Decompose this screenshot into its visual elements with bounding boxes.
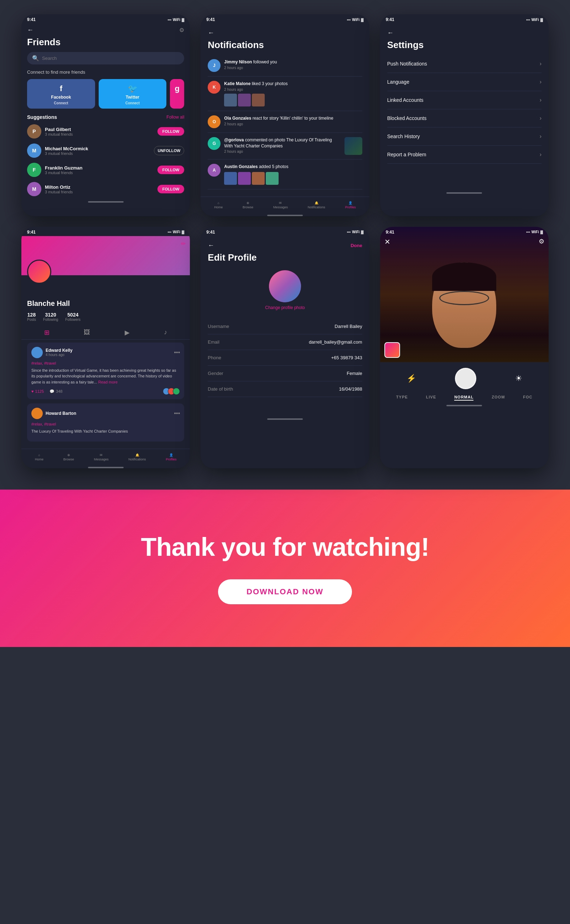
notification-item: G @gorlova commented on photo The Luxury… bbox=[208, 133, 362, 159]
nav-label: Browse bbox=[63, 458, 74, 461]
comment-action[interactable]: 💬 348 bbox=[49, 389, 62, 394]
settings-item[interactable]: Search History › bbox=[387, 127, 541, 146]
capture-button[interactable] bbox=[455, 368, 476, 389]
nav-profiles[interactable]: 👤 Profiles bbox=[345, 201, 356, 209]
follow-button[interactable]: FOLLOW bbox=[158, 127, 185, 136]
back-arrow-icon[interactable]: ← bbox=[208, 242, 214, 249]
search-bar[interactable]: 🔍 bbox=[27, 52, 184, 64]
profile-name-area: Blanche Hall bbox=[21, 299, 190, 308]
home-indicator bbox=[267, 418, 303, 420]
status-icons-4: ▪▪▪ WiFi ▓ bbox=[167, 230, 184, 234]
twitter-connect-button[interactable]: 🐦 Twitter Connect bbox=[99, 79, 167, 108]
camera-top-controls: ✕ ⚙ bbox=[385, 238, 544, 246]
friend-info: Franklin Guzman 3 mutual friends bbox=[45, 165, 154, 175]
mode-normal[interactable]: NORMAL bbox=[454, 395, 473, 400]
browse-icon: ⊕ bbox=[247, 201, 250, 205]
follow-button[interactable]: FOLLOW bbox=[158, 166, 185, 174]
tab-grid[interactable]: ⊞ bbox=[44, 328, 49, 336]
signal-icon: ▪▪▪ bbox=[526, 18, 530, 22]
nav-messages[interactable]: ✉ Messages bbox=[94, 453, 109, 461]
pink-connect-button[interactable]: g bbox=[170, 79, 184, 108]
status-time-1: 9:41 bbox=[27, 17, 35, 22]
settings-icon[interactable]: ⚙ bbox=[539, 238, 544, 246]
back-arrow-icon[interactable]: ← bbox=[387, 29, 394, 37]
edit-pencil-icon[interactable]: ✏ bbox=[181, 240, 185, 247]
avatar: F bbox=[27, 163, 41, 177]
field-label: Gender bbox=[208, 371, 223, 376]
tab-video[interactable]: ▶ bbox=[125, 328, 130, 336]
unfollow-button[interactable]: UNFOLLOW bbox=[154, 146, 185, 155]
change-photo-button[interactable]: Change profile photo bbox=[265, 305, 305, 310]
field-value: Darrell Bailey bbox=[334, 324, 362, 329]
flash-icon[interactable]: ⚡ bbox=[406, 374, 416, 383]
nav-notifications[interactable]: 🔔 Notifications bbox=[129, 453, 146, 461]
chevron-right-icon: › bbox=[540, 61, 541, 67]
profiles-icon: 👤 bbox=[169, 453, 173, 457]
wifi-icon: WiFi bbox=[173, 230, 180, 234]
close-icon[interactable]: ✕ bbox=[385, 238, 391, 246]
friend-info: Paul Gilbert 3 mutual friends bbox=[45, 127, 154, 136]
mode-live[interactable]: LIVE bbox=[426, 395, 436, 400]
signal-icon: ▪▪▪ bbox=[347, 18, 351, 22]
follow-button[interactable]: FOLLOW bbox=[158, 185, 185, 193]
back-arrow-icon[interactable]: ← bbox=[208, 29, 214, 37]
settings-item[interactable]: Linked Accounts › bbox=[387, 91, 541, 109]
settings-title: Settings bbox=[387, 40, 541, 50]
connect-text: Connect to find more friends bbox=[27, 69, 184, 75]
pink-icon: g bbox=[175, 84, 179, 93]
gear-icon[interactable]: ⚙ bbox=[179, 27, 184, 34]
friend-item: M Milton Ortiz 3 mutual friends FOLLOW bbox=[27, 182, 184, 196]
post-menu-icon[interactable]: ••• bbox=[174, 410, 180, 417]
camera-modes: TYPE LIVE NORMAL ZOOM FOC bbox=[387, 395, 541, 400]
nav-notifications[interactable]: 🔔 Notifications bbox=[308, 201, 325, 209]
wifi-icon: WiFi bbox=[173, 18, 180, 22]
settings-item[interactable]: Report a Problem › bbox=[387, 146, 541, 164]
settings-item[interactable]: Language › bbox=[387, 73, 541, 91]
mode-zoom[interactable]: ZOOM bbox=[492, 395, 505, 400]
nav-messages[interactable]: ✉ Messages bbox=[273, 201, 288, 209]
nav-profiles[interactable]: 👤 Profiles bbox=[165, 453, 176, 461]
nav-label: Browse bbox=[243, 205, 253, 209]
back-arrow-icon[interactable]: ← bbox=[27, 26, 34, 34]
search-input[interactable] bbox=[42, 55, 179, 61]
facebook-label: Facebook bbox=[51, 95, 71, 100]
camera-thumbnail[interactable] bbox=[385, 342, 400, 358]
nav-label: Home bbox=[35, 458, 43, 461]
nav-browse[interactable]: ⊕ Browse bbox=[63, 453, 74, 461]
notifications-icon: 🔔 bbox=[314, 201, 319, 205]
tab-music[interactable]: ♪ bbox=[164, 328, 167, 336]
friend-mutual: 3 mutual friends bbox=[45, 132, 154, 136]
chevron-right-icon: › bbox=[540, 97, 541, 103]
post-header: Howard Barton ••• bbox=[31, 408, 180, 419]
nav-label: Profiles bbox=[345, 205, 356, 209]
camera-flip-icon[interactable]: ☀ bbox=[515, 374, 522, 383]
like-action[interactable]: ♥ 1125 bbox=[31, 389, 44, 394]
nav-home[interactable]: ⌂ Home bbox=[214, 201, 223, 209]
notif-images bbox=[224, 94, 362, 107]
post-menu-icon[interactable]: ••• bbox=[174, 349, 180, 356]
nav-home[interactable]: ⌂ Home bbox=[35, 453, 43, 461]
mode-focus[interactable]: FOC bbox=[523, 395, 532, 400]
follow-all-link[interactable]: Follow all bbox=[166, 115, 184, 120]
settings-item[interactable]: Blocked Accounts › bbox=[387, 109, 541, 127]
wifi-icon: WiFi bbox=[352, 18, 360, 22]
download-button[interactable]: DOWNLOAD NOW bbox=[218, 579, 352, 604]
notif-content: Austin Gonzales added 5 photos bbox=[224, 164, 362, 185]
status-time-3: 9:41 bbox=[386, 17, 394, 22]
status-bar-4: 9:41 ▪▪▪ WiFi ▓ bbox=[21, 227, 190, 236]
mode-type[interactable]: TYPE bbox=[396, 395, 408, 400]
phone-edit-profile: 9:41 ▪▪▪ WiFi ▓ ← Done Edit Profile Chan… bbox=[201, 227, 369, 468]
post-username: Howard Barton bbox=[46, 411, 76, 416]
read-more-link[interactable]: Read more bbox=[98, 380, 118, 384]
settings-item[interactable]: Push Notifications › bbox=[387, 55, 541, 73]
done-button[interactable]: Done bbox=[351, 243, 362, 248]
post-user: Edward Kelly 4 hours ago bbox=[31, 347, 72, 358]
signal-icon: ▪▪▪ bbox=[167, 230, 172, 234]
form-field-username: Username Darrell Bailey bbox=[208, 319, 362, 334]
tab-photo[interactable]: 🖼 bbox=[84, 328, 90, 336]
facebook-connect-button[interactable]: f Facebook Connect bbox=[27, 79, 95, 108]
nav-browse[interactable]: ⊕ Browse bbox=[243, 201, 253, 209]
wifi-icon: WiFi bbox=[532, 18, 539, 22]
status-bar-6: 9:41 ▪▪▪ WiFi ▓ bbox=[380, 227, 549, 236]
facebook-sub: Connect bbox=[54, 101, 68, 105]
